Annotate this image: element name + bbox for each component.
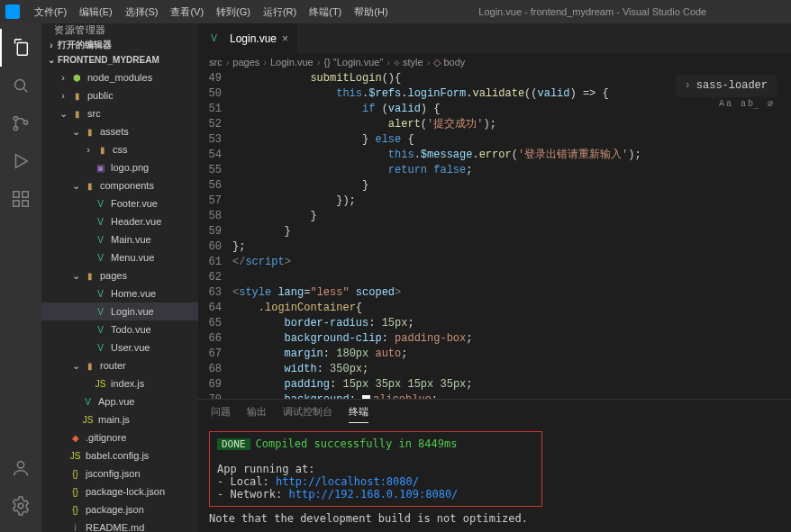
tree-index[interactable]: JSindex.js <box>41 374 198 392</box>
explorer-icon[interactable] <box>0 29 41 67</box>
image-icon: ▣ <box>94 161 107 175</box>
close-icon[interactable]: × <box>282 32 288 45</box>
folder-icon: ▮ <box>70 89 84 103</box>
panel-tab[interactable]: 问题 <box>211 401 231 422</box>
section-project[interactable]: ⌄FRONTEND_MYDREAM <box>41 53 198 67</box>
tree-css[interactable]: ›▮css <box>41 140 198 158</box>
tab-label: Login.vue <box>230 32 277 45</box>
tree-label: .gitignore <box>86 432 126 443</box>
vscode-logo-icon <box>5 5 20 19</box>
compiled-msg: Compiled successfully in 8449ms <box>256 437 458 450</box>
run-debug-icon[interactable] <box>0 142 41 180</box>
menu-item[interactable]: 编辑(E) <box>73 0 119 23</box>
tree-pages[interactable]: ⌄▮pages <box>41 266 198 284</box>
tree-label: App.vue <box>98 396 134 407</box>
svg-rect-7 <box>23 192 28 197</box>
tree-label: main.js <box>98 414 130 425</box>
chevron-right-icon: › <box>263 57 267 68</box>
vue-icon: V <box>207 32 221 45</box>
accounts-icon[interactable] <box>0 449 41 487</box>
breadcrumbs[interactable]: src›pages›Login.vue›{} "Login.vue"›⟐ sty… <box>198 53 791 71</box>
window-title: Login.vue - frontend_mydream - Visual St… <box>395 6 791 17</box>
tree-src[interactable]: ⌄▮src <box>41 104 198 122</box>
section-open-editors[interactable]: ›打开的编辑器 <box>41 37 198 53</box>
tree-gitignore[interactable]: ◆.gitignore <box>41 428 198 446</box>
tree-app[interactable]: VApp.vue <box>41 392 198 410</box>
vue-icon: V <box>94 323 107 337</box>
tree-jsconfig[interactable]: {}jsconfig.json <box>41 464 198 482</box>
tree-todo[interactable]: VTodo.vue <box>41 320 198 338</box>
tree-pkglock[interactable]: {}package-lock.json <box>41 482 198 500</box>
find-options[interactable]: Aa ab̲ ⌀ <box>719 96 775 112</box>
tree-user[interactable]: VUser.vue <box>41 338 198 356</box>
vue-icon: V <box>94 197 107 211</box>
build-note: Note that the development build is not o… <box>209 512 780 525</box>
local-url[interactable]: http://localhost:8080/ <box>276 475 419 488</box>
tree-home[interactable]: VHome.vue <box>41 284 198 302</box>
vue-icon: V <box>94 233 107 247</box>
tab-login[interactable]: V Login.vue × <box>198 23 298 53</box>
svg-point-3 <box>23 121 27 124</box>
menu-item[interactable]: 选择(S) <box>119 0 165 23</box>
tree-label: Home.vue <box>111 288 156 299</box>
code-editor[interactable]: 4950515253545556575859606162636465666768… <box>198 71 791 399</box>
tree-footer[interactable]: VFooter.vue <box>41 194 198 212</box>
menu-item[interactable]: 转到(G) <box>210 0 257 23</box>
svg-point-9 <box>18 503 23 509</box>
find-text: sass-loader <box>696 79 768 92</box>
network-url[interactable]: http://192.168.0.109:8080/ <box>288 488 458 500</box>
terminal-output[interactable]: DONECompiled successfully in 8449ms App … <box>198 424 791 532</box>
tree-menu[interactable]: VMenu.vue <box>41 248 198 266</box>
tree-router[interactable]: ⌄▮router <box>41 356 198 374</box>
folder-icon: ▮ <box>95 143 109 157</box>
panel-tab[interactable]: 调试控制台 <box>283 401 332 422</box>
breadcrumb-item[interactable]: pages <box>232 57 259 68</box>
code-content[interactable]: submitLogin(){ this.$refs.loginForm.vali… <box>232 71 791 399</box>
source-control-icon[interactable] <box>0 104 41 142</box>
tree-readme[interactable]: iREADME.md <box>41 518 198 532</box>
folder-icon: ▮ <box>83 269 96 283</box>
menu-item[interactable]: 运行(R) <box>257 0 303 23</box>
breadcrumb-item[interactable]: Login.vue <box>270 57 314 68</box>
svg-point-2 <box>14 126 17 130</box>
json-icon: {} <box>68 503 82 517</box>
tree-label: package.json <box>86 504 144 515</box>
tree-assets[interactable]: ⌄▮assets <box>41 122 198 140</box>
tree-label: index.js <box>111 378 144 389</box>
chevron-right-icon: › <box>317 57 321 68</box>
tree-mainjs[interactable]: JSmain.js <box>41 410 198 428</box>
svg-rect-5 <box>14 201 19 206</box>
breadcrumb-item[interactable]: {} "Login.vue" <box>323 57 383 68</box>
breadcrumb-item[interactable]: src <box>209 57 223 68</box>
tree-main[interactable]: VMain.vue <box>41 230 198 248</box>
tree-node-modules[interactable]: ›⬢node_modules <box>41 68 198 86</box>
tree-label: Main.vue <box>111 234 151 245</box>
tree-label: node_modules <box>87 72 152 83</box>
tree-components[interactable]: ⌄▮components <box>41 176 198 194</box>
search-icon[interactable] <box>0 67 41 104</box>
markdown-icon: i <box>68 521 82 533</box>
extensions-icon[interactable] <box>0 180 41 218</box>
find-widget[interactable]: ›sass-loader <box>676 75 777 97</box>
tree-babel[interactable]: JSbabel.config.js <box>41 446 198 464</box>
git-icon: ◆ <box>68 431 82 445</box>
tree-login[interactable]: VLogin.vue <box>41 302 198 320</box>
settings-gear-icon[interactable] <box>0 487 41 525</box>
chevron-right-icon: › <box>685 79 691 92</box>
tree-label: Menu.vue <box>111 252 154 263</box>
panel-tab[interactable]: 终端 <box>349 401 368 423</box>
menu-item[interactable]: 帮助(H) <box>348 0 394 23</box>
breadcrumb-item[interactable]: ◇ body <box>433 57 465 68</box>
menu-item[interactable]: 文件(F) <box>28 0 73 23</box>
breadcrumb-item[interactable]: ⟐ style <box>394 57 423 68</box>
panel-tab[interactable]: 输出 <box>247 401 267 422</box>
line-number-gutter: 4950515253545556575859606162636465666768… <box>198 71 232 399</box>
tree-label: babel.config.js <box>86 450 149 461</box>
tree-logo[interactable]: ▣logo.png <box>41 158 198 176</box>
tree-pkg[interactable]: {}package.json <box>41 500 198 518</box>
tree-public[interactable]: ›▮public <box>41 86 198 104</box>
tree-header[interactable]: VHeader.vue <box>41 212 198 230</box>
menu-item[interactable]: 终端(T) <box>303 0 348 23</box>
network-label: - Network: <box>217 488 288 500</box>
menu-item[interactable]: 查看(V) <box>164 0 210 23</box>
